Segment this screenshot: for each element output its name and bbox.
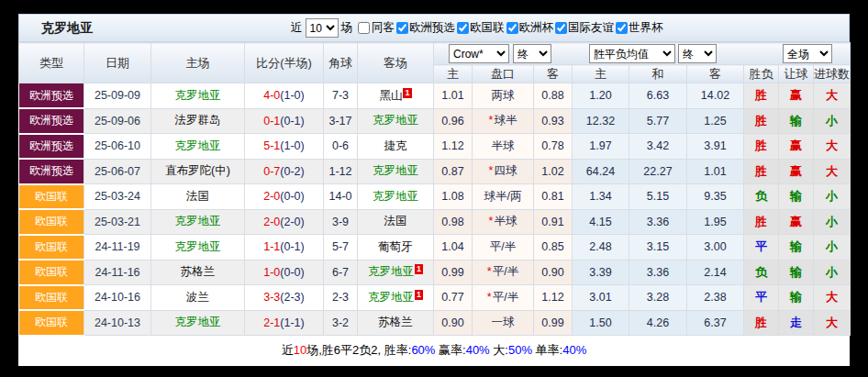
avg-lose-cell: 3.91: [687, 134, 744, 160]
team-name: 克罗地亚: [373, 114, 418, 127]
col-header-home: 主场: [151, 43, 245, 83]
odds-away-cell: 0.91: [534, 209, 573, 235]
team-name: 苏格兰: [378, 316, 413, 328]
match-row: 欧洲预选25-06-10克罗地亚5-1(1-0)0-6捷克1.12半球0.781…: [19, 134, 851, 160]
match-row: 欧国联25-03-24法国2-0(0-0)14-0克罗地亚1.08球半/两0.8…: [19, 184, 851, 210]
sub-col-header-3: 主: [573, 65, 629, 83]
match-history-table: 类型 日期 主场 比分(半场) 角球 客场 Crow* 终 胜平负均值 终 全场…: [18, 42, 851, 337]
corner-cell: 1-12: [324, 159, 358, 184]
avg-final-select[interactable]: 终: [678, 44, 717, 63]
result-wdl-cell: 胜: [744, 134, 779, 160]
result-handicap-cell: 赢: [779, 159, 814, 184]
col-header-type: 类型: [19, 43, 84, 83]
odds-away-cell: 0.88: [534, 83, 573, 109]
sub-col-header-8: 进球数: [814, 65, 851, 83]
star-marker: *: [489, 114, 494, 127]
corner-cell: 7-3: [324, 83, 358, 109]
league-cell: 欧洲预选: [19, 134, 84, 160]
sub-col-header-5: 客: [687, 65, 744, 83]
team-name: 克罗地亚: [373, 164, 418, 177]
result-handicap-cell: 输: [779, 260, 814, 285]
match-count-select[interactable]: 10: [306, 18, 339, 38]
league-filter-checkbox[interactable]: [555, 22, 567, 34]
league-filter-item: 世界杯: [614, 20, 663, 36]
summary-part: 40%: [562, 343, 586, 357]
handicap-cell: 两球: [473, 83, 534, 109]
result-goals-cell: 小: [814, 108, 851, 134]
home-team-cell: 波兰: [151, 285, 245, 311]
odds-home-cell: 1.01: [434, 83, 473, 109]
result-handicap-cell: 赢: [779, 209, 814, 235]
league-filter-checkbox[interactable]: [396, 22, 408, 34]
corner-cell: 2-3: [324, 285, 358, 311]
red-card-badge: 1: [415, 290, 423, 300]
odds-away-cell: 0.85: [534, 235, 573, 261]
summary-part: 10: [294, 343, 306, 357]
team-name: 法罗群岛: [175, 114, 221, 127]
same-venue-label: 同客: [372, 20, 395, 36]
league-filter-checkbox[interactable]: [506, 22, 518, 34]
league-filter-label: 世界杯: [629, 20, 663, 36]
avg-lose-cell: 9.35: [687, 184, 744, 210]
result-wdl-cell: 负: [744, 260, 779, 285]
match-row: 欧国联24-11-16苏格兰1-0(0-0)6-7克罗地亚10.99*平/半0.…: [19, 260, 851, 285]
toolbar: 克罗地亚 近 10 场 同客 欧洲预选欧国联欧洲杯国际友谊世界杯: [18, 14, 850, 42]
away-team-cell: 克罗地亚1: [358, 260, 434, 285]
match-table-body: 欧洲预选25-09-09克罗地亚4-0(1-0)7-3黑山11.01两球0.88…: [19, 83, 851, 336]
odds-source-select[interactable]: Crow*: [449, 44, 509, 63]
date-cell: 25-06-07: [84, 159, 151, 184]
league-cell: 欧国联: [19, 235, 84, 261]
league-cell: 欧国联: [19, 285, 84, 311]
score-cell: 2-0(2-0): [245, 209, 324, 235]
stats-panel: 克罗地亚 近 10 场 同客 欧洲预选欧国联欧洲杯国际友谊世界杯 类型 日期 主…: [18, 14, 850, 364]
home-team-cell: 直布罗陀(中): [151, 159, 245, 184]
avg-select[interactable]: 胜平负均值: [589, 44, 675, 63]
date-cell: 24-11-16: [84, 260, 151, 285]
result-handicap-cell: 输: [779, 108, 814, 134]
away-team-cell: 克罗地亚1: [358, 285, 434, 311]
odds-away-cell: 0.78: [534, 134, 573, 160]
avg-draw-cell: 3.42: [629, 134, 687, 160]
corner-cell: 0-6: [324, 134, 358, 160]
sub-col-header-7: 让球: [779, 65, 814, 83]
col-header-corner: 角球: [324, 43, 358, 83]
home-team-cell: 克罗地亚: [151, 134, 245, 160]
summary-part: 场,胜6平2负2, 胜率:: [306, 343, 411, 357]
avg-win-cell: 64.24: [573, 159, 629, 184]
league-filter-checkbox[interactable]: [616, 22, 628, 34]
col-header-score: 比分(半场): [245, 43, 324, 83]
odds-home-cell: 0.87: [434, 159, 473, 184]
corner-cell: 6-7: [324, 260, 358, 285]
score-cell: 1-0(0-0): [245, 260, 324, 285]
odds-away-cell: 0.93: [534, 108, 573, 134]
team-name: 克罗地亚: [175, 316, 221, 328]
home-team-cell: 苏格兰: [151, 260, 245, 285]
star-marker: *: [487, 291, 492, 304]
date-cell: 25-03-21: [84, 209, 151, 235]
result-handicap-cell: 输: [779, 235, 814, 261]
result-handicap-cell: 赢: [779, 134, 814, 160]
league-filter-checkbox[interactable]: [457, 22, 469, 34]
score-cell: 0-1(0-1): [245, 108, 324, 134]
score-cell: 3-3(2-3): [245, 285, 324, 311]
score-cell: 4-0(1-0): [245, 83, 324, 109]
summary-part: 50%: [508, 343, 532, 357]
match-row: 欧洲预选25-06-07直布罗陀(中)0-7(0-2)1-12克罗地亚0.87*…: [19, 159, 851, 184]
odds-final-select[interactable]: 终: [513, 44, 551, 63]
same-venue-checkbox[interactable]: [358, 22, 370, 34]
scope-select[interactable]: 全场: [783, 44, 832, 63]
team-name: 葡萄牙: [378, 240, 413, 253]
league-filter-item: 欧洲预选: [395, 20, 455, 36]
date-cell: 24-11-19: [84, 235, 151, 261]
handicap-cell: *球半: [473, 108, 534, 134]
star-marker: *: [487, 265, 492, 278]
odds-away-cell: 0.99: [534, 310, 573, 336]
result-goals-cell: 小: [814, 184, 851, 210]
col-header-date: 日期: [84, 43, 151, 83]
avg-draw-cell: 22.27: [629, 159, 687, 184]
away-team-cell: 克罗地亚: [358, 108, 434, 134]
odds-away-cell: 1.02: [534, 159, 573, 184]
score-cell: 5-1(1-0): [245, 134, 324, 160]
home-team-cell: 克罗地亚: [151, 209, 245, 235]
away-team-cell: 克罗地亚: [358, 159, 434, 184]
